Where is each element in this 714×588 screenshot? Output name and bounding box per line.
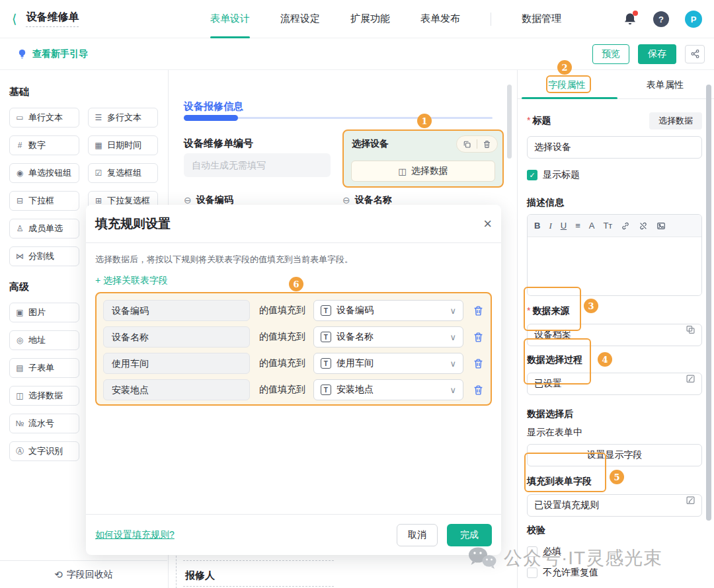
rule-source-field[interactable]: 设备编码 [103,300,250,321]
form-title[interactable]: 设备维修单 [26,11,79,27]
pick-data-button[interactable]: ◫ 选择数据 [351,161,495,182]
rule-source-field[interactable]: 安装地点 [103,379,250,400]
rule-source-field[interactable]: 设备名称 [103,326,250,348]
selected-field-card[interactable]: 选择设备 ◫ 选择数据 [342,129,504,188]
canvas-scrollbar[interactable] [507,85,512,159]
fill-rule-row: 设备名称 的值填充到 T 设备名称 ∨ [103,326,484,348]
rule-target-dropdown[interactable]: T 使用车间 ∨ [313,353,463,374]
fill-rules-input[interactable] [527,494,702,517]
datasource-input[interactable] [527,324,702,346]
field-type-divider[interactable]: ⋈分割线 [9,246,79,266]
location-icon: ◎ [15,336,24,345]
no-duplicate-row[interactable]: 不允许重复值 [527,567,702,579]
validation-label: 校验 [527,525,702,536]
edit-process-icon[interactable] [686,374,695,384]
annotation-badge-3: 3 [584,299,598,313]
nav-divider [491,13,491,26]
reporter-field-label[interactable]: 报修人 [185,570,215,582]
link-icon[interactable] [621,221,630,231]
italic-icon[interactable]: I [549,221,551,231]
field-type-subform[interactable]: ▤子表单 [9,358,79,378]
field-type-datetime[interactable]: ▦日期时间 [88,135,158,155]
how-to-set-rules-link[interactable]: 如何设置填充规则? [95,529,175,541]
bold-icon[interactable]: B [534,221,540,231]
selection-process-label: 数据选择过程 [527,354,702,366]
field-recycle-bin[interactable]: ⟲ 字段回收站 [0,560,167,588]
selection-process-input[interactable] [527,373,702,395]
field-type-number[interactable]: #数字 [9,135,79,155]
rule-target-dropdown[interactable]: T 设备编码 ∨ [313,300,463,321]
tab-publish[interactable]: 表单发布 [420,0,460,38]
notification-bell-icon[interactable] [623,12,637,26]
delete-rule-icon[interactable] [473,358,484,369]
set-display-fields-button[interactable]: 设置显示字段 [527,444,702,466]
tab-form-design[interactable]: 表单设计 [210,0,250,38]
edit-fill-rules-icon[interactable] [686,496,695,505]
chevron-down-icon: ∨ [450,385,456,395]
required-row[interactable]: 必填 [527,546,702,558]
show-title-checkbox[interactable]: ✓ [527,170,537,180]
show-title-row[interactable]: ✓ 显示标题 [527,169,702,181]
panel-scrollbar[interactable] [706,85,711,521]
font-size-icon[interactable]: Tт [603,221,612,231]
delete-rule-icon[interactable] [473,332,484,343]
underline-icon[interactable]: U [561,221,567,231]
field-type-ocr[interactable]: Ⓐ文字识别 [9,441,79,461]
description-editor[interactable]: B I U ≡ A Tт [527,214,702,296]
field-type-address[interactable]: ◎地址 [9,330,79,350]
annotation-badge-4: 4 [598,352,612,367]
field-type-serial-number[interactable]: №流水号 [9,414,79,433]
help-icon[interactable]: ? [653,11,669,27]
secondary-toolbar: 查看新手引导 预览 保存 [0,38,714,70]
required-checkbox[interactable] [527,546,537,557]
field-type-single-line-text[interactable]: ▭单行文本 [9,108,79,128]
serial-field-label[interactable]: 设备维修单编号 [184,137,253,150]
text-field-icon: T [321,385,331,395]
align-icon[interactable]: ≡ [575,221,580,231]
field-type-image[interactable]: ▣图片 [9,303,79,322]
no-duplicate-checkbox[interactable] [527,568,537,578]
copy-icon[interactable] [463,140,471,149]
beginner-guide-link[interactable]: 查看新手引导 [17,48,88,60]
share-button[interactable] [685,45,705,63]
preview-button[interactable]: 预览 [592,44,629,64]
field-type-member-select[interactable]: ♙成员单选 [9,219,79,239]
tab-extensions[interactable]: 扩展功能 [350,0,390,38]
field-type-dropdown[interactable]: ⊟下拉框 [9,191,79,211]
font-color-icon[interactable]: A [589,221,595,231]
tab-data-manage[interactable]: 数据管理 [522,0,561,38]
save-button[interactable]: 保存 [638,44,676,64]
field-type-checkbox-group[interactable]: ☑复选框组 [88,163,158,183]
title-type-chip[interactable]: 选择数据 [649,112,702,129]
delete-field-icon[interactable] [483,140,491,149]
rule-source-field[interactable]: 使用车间 [103,353,250,374]
form-designer-app: ⟨ 设备维修单 表单设计 流程设定 扩展功能 表单发布 数据管理 ? P 查看新… [0,0,714,588]
delete-rule-icon[interactable] [473,305,484,316]
add-related-field-link[interactable]: + 选择关联表字段 [95,275,168,287]
field-type-radio-group[interactable]: ◉单选按钮组 [9,163,79,183]
back-icon[interactable]: ⟨ [12,11,17,26]
rule-target-dropdown[interactable]: T 安装地点 ∨ [313,379,463,400]
switch-datasource-icon[interactable] [686,325,695,335]
calendar-icon: ▦ [94,141,103,150]
close-icon[interactable]: × [483,217,492,231]
rule-target-dropdown[interactable]: T 设备名称 ∨ [313,326,463,348]
unlink-icon[interactable] [639,221,648,231]
insert-image-icon[interactable] [656,221,666,231]
user-avatar[interactable]: P [685,11,702,28]
cancel-button[interactable]: 取消 [397,524,438,546]
section-title[interactable]: 设备报修信息 [184,100,243,113]
field-card-actions [456,135,498,153]
title-input[interactable] [527,136,702,159]
field-type-multi-line-text[interactable]: ☰多行文本 [88,108,158,128]
number-icon: # [15,141,24,150]
delete-rule-icon[interactable] [473,385,484,396]
tab-process[interactable]: 流程设定 [280,0,320,38]
fill-rule-row: 设备编码 的值填充到 T 设备编码 ∨ [103,300,484,321]
field-type-data-picker[interactable]: ◫选择数据 [9,386,79,406]
datasource-label: *数据来源 [527,305,702,317]
serial-field-input[interactable]: 自动生成无需填写 [184,153,331,177]
tab-form-properties[interactable]: 表单属性 [616,70,714,98]
confirm-button[interactable]: 完成 [447,524,492,546]
editor-body[interactable] [528,237,701,295]
